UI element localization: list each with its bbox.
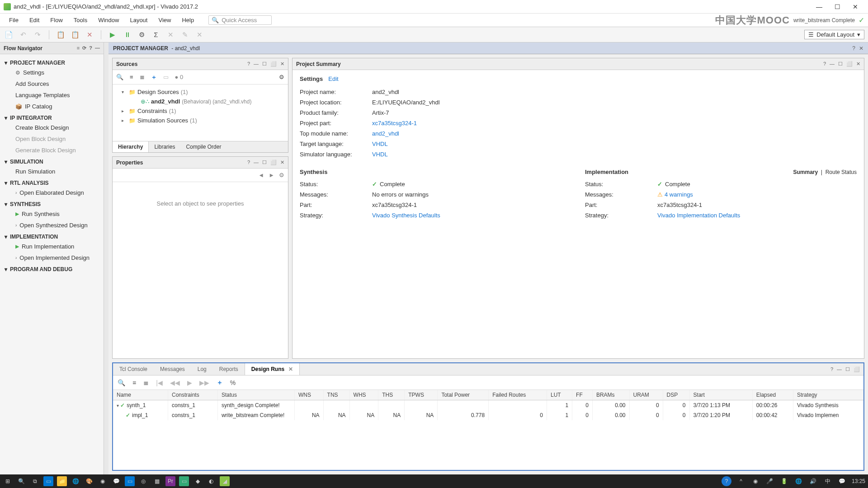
help-icon[interactable]: ? [247, 61, 250, 67]
nav-open-elaborated-design[interactable]: ›Open Elaborated Design [0, 187, 104, 198]
close-panel-icon[interactable]: ✕ [859, 45, 863, 52]
col-elapsed[interactable]: Elapsed [752, 390, 793, 400]
edge-icon[interactable]: 🌐 [71, 476, 80, 486]
restore-icon[interactable]: ☐ [262, 160, 267, 165]
maximize-icon[interactable]: ⬜ [854, 366, 860, 372]
gear-icon[interactable]: ⚙ [279, 172, 284, 178]
tree-constraints[interactable]: ▸ 📁 Constraints (1) [115, 106, 285, 116]
tray-notification-icon[interactable]: 💬 [837, 476, 847, 486]
layout-selector[interactable]: ☰ Default Layout ▾ [804, 30, 864, 39]
help-icon[interactable]: ? [823, 61, 826, 67]
nav-open-implemented-design[interactable]: ›Open Implemented Design [0, 252, 104, 263]
restore-icon[interactable]: ☐ [845, 366, 850, 372]
tab-hierarchy[interactable]: Hierarchy [113, 141, 149, 152]
pin-icon[interactable]: ⟳ [82, 45, 86, 51]
nav-add-sources[interactable]: Add Sources [0, 78, 104, 89]
chrome-icon[interactable]: ◉ [98, 476, 108, 486]
menu-tools[interactable]: Tools [68, 15, 93, 25]
col-start[interactable]: Start [689, 390, 752, 400]
next-icon[interactable]: ► [269, 172, 274, 178]
run-step-icon[interactable]: ⏸ [122, 30, 132, 40]
tray-battery-icon[interactable]: 🔋 [779, 476, 789, 486]
col-status[interactable]: Status [217, 390, 294, 400]
search-icon[interactable]: 🔍 [16, 476, 26, 486]
nav-create-block-design[interactable]: Create Block Design [0, 122, 104, 133]
stop-icon[interactable]: ✕ [194, 30, 204, 40]
impl-messages[interactable]: 4 warnings [657, 191, 693, 198]
tab-impl-route-status[interactable]: Route Status [826, 169, 857, 175]
start-button[interactable]: ⊞ [3, 476, 13, 486]
paste-icon[interactable]: 📋 [70, 30, 80, 40]
search-icon[interactable]: 🔍 [118, 379, 125, 386]
minimize-button[interactable]: — [810, 0, 828, 13]
close-tab-icon[interactable]: ✕ [288, 366, 293, 372]
chevron-right-icon[interactable]: ▸ [122, 108, 127, 113]
impl-strategy[interactable]: Vivado Implementation Defaults [657, 212, 740, 219]
col-constraints[interactable]: Constraints [168, 390, 217, 400]
percent-icon[interactable]: % [230, 379, 236, 386]
close-icon[interactable]: ✕ [856, 61, 860, 67]
app-icon[interactable]: ▦ [152, 476, 162, 486]
cancel-icon[interactable]: ✕ [165, 30, 175, 40]
col-brams[interactable]: BRAMs [592, 390, 629, 400]
help-icon[interactable]: ? [89, 45, 92, 51]
menu-flow[interactable]: Flow [45, 15, 68, 25]
close-button[interactable]: ✕ [846, 0, 864, 13]
tray-icon[interactable]: ◉ [750, 476, 760, 486]
run-icon[interactable]: ▶ [108, 30, 118, 40]
tab-impl-summary[interactable]: Summary [793, 169, 818, 175]
nav-ip-catalog[interactable]: 📦IP Catalog [0, 101, 104, 112]
col-uram[interactable]: URAM [629, 390, 663, 400]
app-icon[interactable]: ◐ [206, 476, 216, 486]
minimize-icon[interactable]: — [837, 366, 842, 372]
quick-access-search[interactable]: 🔍 Quick Access [208, 15, 272, 25]
tree-simulation-sources[interactable]: ▸ 📁 Simulation Sources (1) [115, 116, 285, 125]
col-name[interactable]: Name [113, 390, 168, 400]
close-icon[interactable]: ✕ [280, 61, 284, 67]
tray-volume-icon[interactable]: 🔊 [808, 476, 818, 486]
app-icon[interactable]: ▭ [125, 476, 135, 486]
value-simulator-language[interactable]: VHDL [372, 151, 388, 158]
messages-badge[interactable]: ● 0 [175, 74, 184, 80]
menu-view[interactable]: View [153, 15, 176, 25]
nav-ip-integrator[interactable]: ▾IP INTEGRATOR [0, 112, 104, 122]
tray-chevron-icon[interactable]: ^ [736, 476, 746, 486]
play-icon[interactable]: ▶ [187, 379, 192, 386]
nav-generate-block-design[interactable]: Generate Block Design [0, 145, 104, 156]
app-icon[interactable]: Pr [165, 476, 175, 486]
nav-language-templates[interactable]: Language Templates [0, 89, 104, 101]
col-dsp[interactable]: DSP [663, 390, 689, 400]
redo-icon[interactable]: ↷ [33, 30, 42, 40]
value-project-part[interactable]: xc7a35tcsg324-1 [372, 120, 417, 127]
help-icon[interactable]: ? [852, 45, 855, 52]
col-failed[interactable]: Failed Routes [489, 390, 547, 400]
collapse-icon[interactable]: ≡ [77, 45, 80, 51]
help-icon[interactable]: ? [830, 366, 833, 372]
add-run-icon[interactable]: ＋ [217, 379, 223, 387]
tray-ime-icon[interactable]: 中 [823, 476, 833, 486]
edit-settings-link[interactable]: Edit [328, 75, 338, 82]
col-ff[interactable]: FF [572, 390, 593, 400]
nav-run-synthesis[interactable]: ▶Run Synthesis [0, 208, 104, 220]
tab-log[interactable]: Log [191, 363, 213, 375]
search-icon[interactable]: 🔍 [116, 74, 123, 80]
tab-libraries[interactable]: Libraries [149, 141, 180, 152]
col-tpws[interactable]: TPWS [405, 390, 438, 400]
col-wns[interactable]: WNS [294, 390, 323, 400]
menu-window[interactable]: Window [93, 15, 124, 25]
minimize-icon[interactable]: — [254, 160, 259, 165]
minimize-panel-icon[interactable]: — [95, 45, 100, 51]
maximize-icon[interactable]: ⬜ [846, 61, 853, 67]
nav-run-implementation[interactable]: ▶Run Implementation [0, 241, 104, 252]
prev-icon[interactable]: ◀◀ [170, 379, 180, 386]
menu-help[interactable]: Help [176, 15, 199, 25]
help-icon[interactable]: ? [247, 160, 250, 165]
delete-icon[interactable]: ✕ [85, 30, 94, 40]
nav-synthesis[interactable]: ▾SYNTHESIS [0, 198, 104, 208]
tab-compile-order[interactable]: Compile Order [180, 141, 226, 152]
app-icon[interactable]: ◎ [138, 476, 148, 486]
collapse-icon[interactable]: ≡ [132, 379, 136, 386]
tray-network-icon[interactable]: 🌐 [794, 476, 804, 486]
wechat-icon[interactable]: 💬 [111, 476, 121, 486]
copy-icon[interactable]: 📋 [56, 30, 66, 40]
